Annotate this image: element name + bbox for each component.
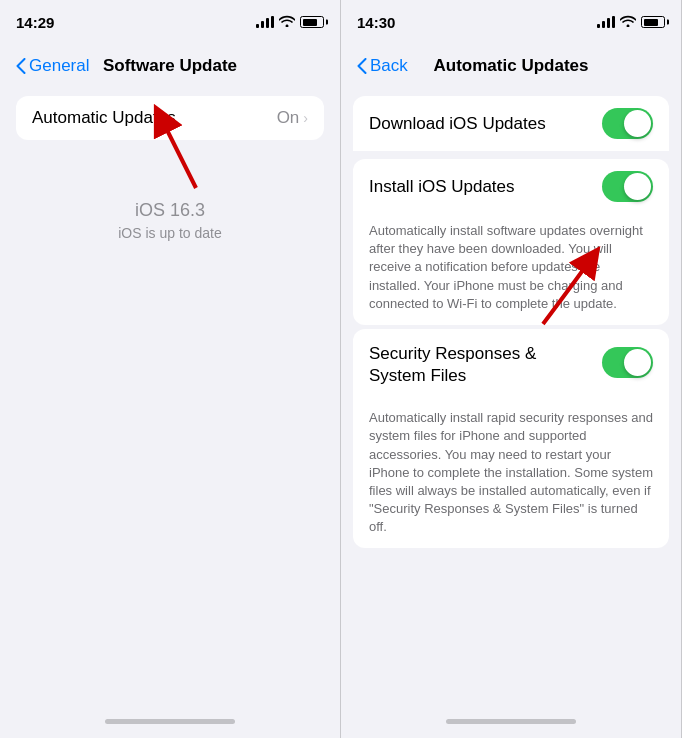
wifi-icon [279,15,295,30]
download-ios-card: Download iOS Updates [353,96,669,151]
right-wifi-icon [620,15,636,30]
left-content: Automatic Updates On › iOS 16.3 iOS is u [0,88,340,704]
battery-icon [300,16,324,28]
install-ios-label: Install iOS Updates [369,177,515,197]
right-battery-icon [641,16,665,28]
left-status-icons [256,15,324,30]
download-ios-toggle[interactable] [602,108,653,139]
right-nav-bar: Back Automatic Updates [341,44,681,88]
security-responses-label: Security Responses &System Files [369,343,536,387]
install-ios-description: Automatically install software updates o… [353,214,669,325]
right-back-label: Back [370,56,408,76]
right-back-button[interactable]: Back [357,56,408,76]
right-signal-icon [597,16,615,28]
security-responses-description: Automatically install rapid security res… [353,401,669,548]
spacer-1 [353,151,669,159]
install-ios-toggle[interactable] [602,171,653,202]
automatic-updates-on-text: On [277,108,300,128]
left-nav-title: Software Update [103,56,237,76]
left-status-time: 14:29 [16,14,54,31]
left-home-bar [105,719,235,724]
chevron-right-icon: › [303,110,308,126]
download-ios-label: Download iOS Updates [369,114,546,134]
ios-status-text: iOS is up to date [118,225,222,241]
install-ios-row[interactable]: Install iOS Updates [353,159,669,214]
ios-version-section: iOS 16.3 iOS is up to date [16,200,324,241]
automatic-updates-row[interactable]: Automatic Updates On › [16,96,324,140]
automatic-updates-card: Automatic Updates On › [16,96,324,140]
ios-version-text: iOS 16.3 [135,200,205,221]
right-nav-title: Automatic Updates [434,56,589,76]
left-phone-panel: 14:29 General Software Upd [0,0,341,738]
automatic-updates-label: Automatic Updates [32,108,176,128]
security-responses-row[interactable]: Security Responses &System Files [353,329,669,401]
right-status-bar: 14:30 [341,0,681,44]
security-responses-toggle[interactable] [602,347,653,378]
left-back-button[interactable]: General [16,56,89,76]
right-home-bar [446,719,576,724]
automatic-updates-value: On › [277,108,308,128]
signal-icon [256,16,274,28]
right-content: Download iOS Updates Install iOS Updates… [341,88,681,704]
left-back-label: General [29,56,89,76]
install-ios-card: Install iOS Updates Automatically instal… [353,159,669,325]
left-status-bar: 14:29 [0,0,340,44]
right-status-time: 14:30 [357,14,395,31]
left-nav-bar: General Software Update [0,44,340,88]
right-phone-panel: 14:30 Back Automatic Updat [341,0,682,738]
security-responses-card: Security Responses &System Files Automat… [353,329,669,549]
right-home-indicator [341,704,681,738]
left-home-indicator [0,704,340,738]
right-status-icons [597,15,665,30]
download-ios-row[interactable]: Download iOS Updates [353,96,669,151]
